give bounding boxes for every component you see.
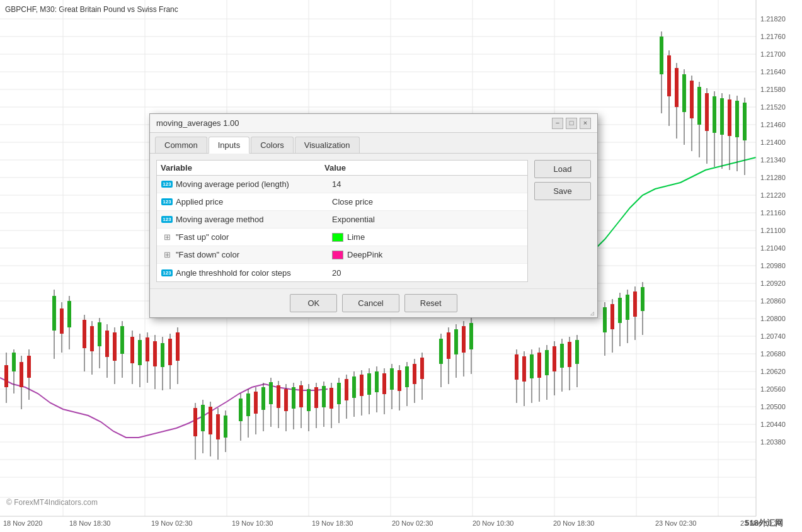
svg-rect-70: [153, 341, 157, 366]
dialog: moving_averages 1.00 − □ × Common Inputs…: [149, 113, 598, 318]
svg-rect-188: [697, 87, 701, 125]
table-row[interactable]: ⊞ "Fast up" color Lime: [157, 229, 527, 246]
row-variable: Angle threshhold for color steps: [176, 268, 332, 278]
maximize-button[interactable]: □: [566, 118, 577, 129]
svg-text:1.21100: 1.21100: [760, 227, 786, 234]
svg-rect-42: [20, 362, 23, 387]
svg-text:20 Nov 10:30: 20 Nov 10:30: [473, 519, 513, 527]
svg-rect-150: [522, 356, 526, 382]
row-variable: "Fast up" color: [176, 232, 332, 242]
table-row[interactable]: 123 Angle threshhold for color steps 20: [157, 264, 527, 281]
svg-text:20 Nov 02:30: 20 Nov 02:30: [392, 519, 433, 527]
svg-rect-136: [420, 358, 424, 379]
table-row[interactable]: ⊞ "Fast down" color DeepPink: [157, 246, 527, 264]
svg-rect-142: [454, 329, 458, 354]
svg-rect-46: [52, 296, 56, 331]
svg-text:1.20560: 1.20560: [760, 385, 786, 393]
svg-rect-134: [413, 364, 416, 384]
dialog-title: moving_averages 1.00: [156, 118, 239, 128]
svg-rect-184: [682, 74, 686, 112]
watermark: © ForexMT4Indicators.com: [6, 498, 98, 507]
svg-rect-110: [322, 386, 326, 407]
ok-button[interactable]: OK: [290, 294, 337, 312]
svg-rect-190: [705, 93, 709, 131]
resize-handle[interactable]: ⊿: [590, 310, 597, 317]
svg-rect-48: [60, 308, 64, 334]
svg-rect-86: [224, 416, 227, 438]
row-value: 14: [332, 179, 524, 189]
table-row[interactable]: 123 Applied price Close price: [157, 193, 527, 211]
svg-rect-122: [367, 373, 371, 395]
tab-common[interactable]: Common: [155, 137, 207, 153]
watermark2: 518外汇网: [745, 518, 783, 529]
svg-rect-152: [530, 354, 534, 378]
svg-text:18 Nov 2020: 18 Nov 2020: [3, 519, 42, 527]
tab-inputs[interactable]: Inputs: [209, 137, 249, 154]
svg-rect-52: [83, 320, 86, 348]
svg-rect-40: [12, 353, 16, 371]
svg-rect-92: [254, 392, 258, 414]
color-swatch-deeppink[interactable]: [332, 251, 343, 259]
table-row[interactable]: 123 Moving average period (length) 14: [157, 176, 527, 193]
minimize-button[interactable]: −: [552, 118, 563, 129]
dialog-controls: − □ ×: [552, 118, 591, 129]
svg-rect-194: [720, 98, 724, 135]
row-value: DeepPink: [332, 250, 524, 259]
tab-colors[interactable]: Colors: [251, 137, 294, 153]
svg-rect-64: [130, 337, 134, 363]
svg-text:1.21700: 1.21700: [760, 50, 786, 58]
color-swatch-lime[interactable]: [332, 233, 343, 242]
svg-rect-106: [307, 389, 311, 411]
svg-rect-128: [390, 368, 394, 390]
icon-123: 123: [161, 215, 173, 225]
svg-rect-76: [176, 332, 180, 361]
svg-rect-158: [553, 346, 556, 371]
svg-rect-50: [67, 301, 71, 327]
table-row[interactable]: 123 Moving average method Exponential: [157, 211, 527, 229]
svg-text:23 Nov 02:30: 23 Nov 02:30: [655, 519, 696, 527]
svg-rect-198: [735, 101, 739, 137]
svg-rect-178: [660, 37, 663, 74]
row-variable: Applied price: [176, 197, 332, 207]
svg-rect-200: [743, 103, 747, 140]
svg-rect-84: [216, 414, 220, 439]
cancel-button[interactable]: Cancel: [342, 294, 399, 312]
dialog-body: Variable Value 123 Moving average period…: [150, 154, 597, 288]
svg-text:1.20440: 1.20440: [760, 421, 786, 428]
svg-rect-82: [209, 407, 212, 434]
svg-rect-176: [641, 287, 644, 311]
svg-text:1.20740: 1.20740: [760, 332, 786, 340]
svg-rect-38: [4, 365, 8, 387]
icon-123: 123: [161, 197, 173, 207]
svg-text:1.20620: 1.20620: [760, 368, 786, 375]
svg-rect-98: [277, 385, 280, 408]
svg-rect-56: [98, 322, 101, 346]
svg-rect-102: [292, 387, 295, 409]
svg-text:1.20920: 1.20920: [760, 280, 786, 287]
svg-text:1.21220: 1.21220: [760, 191, 786, 199]
svg-text:1.21400: 1.21400: [760, 139, 786, 146]
load-button[interactable]: Load: [534, 160, 591, 178]
col-variable: Variable: [161, 163, 324, 173]
tab-visualization[interactable]: Visualization: [295, 137, 360, 153]
svg-text:1.21280: 1.21280: [760, 174, 786, 181]
svg-rect-170: [618, 298, 622, 323]
svg-rect-78: [193, 408, 197, 436]
svg-rect-58: [105, 331, 109, 357]
dialog-footer: OK Cancel Reset: [150, 288, 597, 317]
svg-rect-156: [545, 350, 549, 375]
svg-text:1.20860: 1.20860: [760, 297, 786, 305]
row-variable: Moving average method: [176, 215, 332, 224]
save-button[interactable]: Save: [534, 182, 591, 200]
svg-rect-66: [138, 340, 142, 365]
icon-123: 123: [161, 268, 173, 278]
svg-text:1.20980: 1.20980: [760, 262, 786, 269]
svg-rect-160: [560, 344, 564, 368]
icon-grid: ⊞: [161, 250, 173, 260]
svg-rect-96: [269, 382, 273, 404]
close-button[interactable]: ×: [580, 118, 591, 129]
svg-rect-144: [462, 326, 466, 353]
svg-text:1.20800: 1.20800: [760, 315, 786, 322]
svg-rect-90: [246, 393, 250, 416]
reset-button[interactable]: Reset: [404, 294, 457, 312]
